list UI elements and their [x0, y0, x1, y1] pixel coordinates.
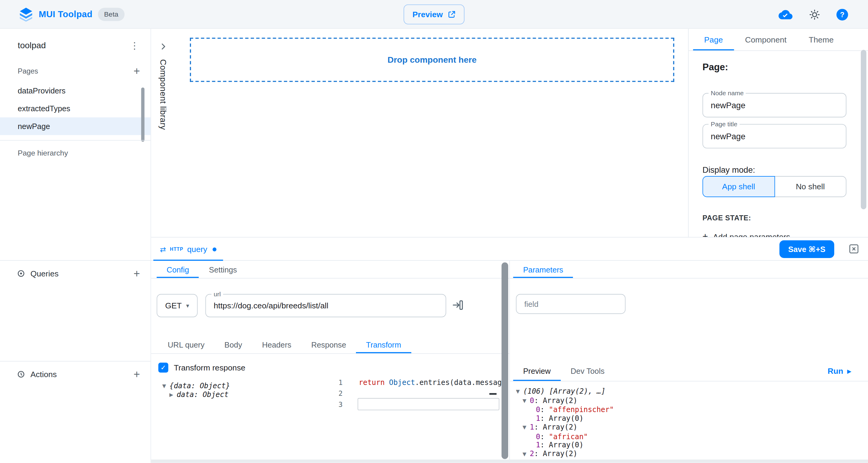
transform-response-checkbox[interactable]: ✓ [158, 363, 168, 373]
parameter-field-input[interactable]: field [516, 294, 626, 314]
console-key: 1 [536, 414, 540, 423]
tab-settings[interactable]: Settings [199, 261, 247, 278]
page-item-newpage[interactable]: newPage [0, 117, 151, 135]
add-query-button[interactable]: + [130, 266, 144, 281]
url-label: url [212, 290, 223, 299]
page-list: dataProviders extractedTypes newPage [0, 82, 151, 135]
no-shell-toggle[interactable]: No shell [774, 176, 846, 197]
tab-url-query[interactable]: URL query [158, 336, 214, 353]
display-mode-label: Display mode: [703, 165, 755, 174]
code-editor[interactable]: 1 2 3 return Object.entries(data.messag [319, 373, 500, 459]
tree-child-row[interactable]: ▶data: Object [162, 390, 230, 399]
expand-caret-icon[interactable]: ▼ [523, 397, 530, 405]
app-root: MUI Toolpad Beta Preview ? toolpad ⋮ Pag… [0, 0, 868, 463]
run-button[interactable]: Run ▶ [828, 361, 851, 381]
drop-zone[interactable]: Drop component here [190, 38, 674, 82]
tab-preview[interactable]: Preview [513, 361, 561, 381]
page-item-extractedtypes[interactable]: extractedTypes [0, 100, 151, 118]
chevron-down-icon: ▾ [186, 302, 189, 309]
expand-caret-icon[interactable]: ▼ [516, 388, 523, 396]
play-icon: ▶ [847, 368, 851, 374]
brand[interactable]: MUI Toolpad Beta [19, 7, 124, 22]
tab-transform[interactable]: Transform [356, 336, 411, 353]
tab-response[interactable]: Response [301, 336, 356, 353]
code-text: .messag [471, 378, 502, 387]
line-number: 3 [319, 399, 343, 410]
console-row: 0: "african" [516, 432, 868, 441]
tab-page[interactable]: Page [693, 29, 734, 51]
save-button[interactable]: Save ⌘+S [779, 240, 834, 258]
http-method-badge: HTTP [170, 246, 183, 252]
expand-caret-icon[interactable]: ▼ [523, 450, 530, 459]
tree-root-row[interactable]: ▼{data: Object} [162, 381, 230, 390]
horizontal-scrollbar-track[interactable] [151, 459, 868, 463]
theme-toggle-icon[interactable] [809, 8, 820, 20]
project-menu-icon[interactable]: ⋮ [128, 39, 141, 51]
inspector-scrollbar-thumb[interactable] [861, 50, 866, 209]
request-tabs: URL query Body Headers Response Transfor… [151, 336, 509, 354]
add-page-parameters-button[interactable]: + Add page parameters [703, 232, 790, 237]
console-string: "african" [549, 432, 588, 441]
actions-icon [17, 370, 25, 379]
data-tree: ▼{data: Object} ▶data: Object [162, 381, 230, 399]
preview-button[interactable]: Preview [404, 4, 464, 24]
tab-theme[interactable]: Theme [798, 29, 844, 51]
app-shell-toggle[interactable]: App shell [703, 176, 775, 197]
query-tab[interactable]: ⇄ HTTP query [151, 238, 225, 261]
explorer-sidebar: toolpad ⋮ Pages + dataProviders extracte… [0, 29, 151, 463]
console-key: 2 [530, 450, 534, 458]
add-action-button[interactable]: + [130, 367, 144, 381]
page-hierarchy-label: Page hierarchy [18, 146, 68, 159]
url-field[interactable]: url https://dog.ceo/api/breeds/list/all [205, 294, 446, 317]
add-page-button[interactable]: + [130, 64, 144, 78]
pages-section-label: Pages [18, 67, 38, 75]
config-scrollbar-thumb[interactable] [501, 263, 508, 459]
tab-dev-tools[interactable]: Dev Tools [561, 361, 615, 381]
expand-caret-icon[interactable]: ▼ [162, 381, 169, 390]
page-title-value: newPage [711, 131, 745, 141]
divider [0, 140, 151, 141]
collapse-caret-icon[interactable]: ▶ [169, 390, 177, 399]
open-url-icon[interactable] [452, 299, 464, 311]
help-icon[interactable]: ? [836, 8, 848, 20]
line-number: 2 [319, 388, 343, 399]
console-row[interactable]: ▼1: Array(2) [516, 423, 868, 432]
cloud-sync-icon[interactable] [778, 8, 793, 20]
sidebar-scrollbar-thumb[interactable] [141, 87, 144, 142]
project-header: toolpad ⋮ [18, 36, 141, 54]
display-mode-toggle-group: App shell No shell [703, 176, 846, 197]
http-icon: ⇄ [160, 245, 166, 253]
preview-button-label: Preview [412, 10, 443, 19]
actions-section-row[interactable]: Actions + [17, 365, 144, 383]
page-title-label: Page title [709, 120, 740, 129]
tab-parameters[interactable]: Parameters [513, 261, 573, 278]
tab-body[interactable]: Body [215, 336, 252, 353]
current-line-highlight [358, 398, 499, 410]
console-row[interactable]: ▼2: Array(2) [516, 450, 868, 459]
close-panel-icon[interactable] [849, 244, 859, 254]
http-method-select[interactable]: GET ▾ [157, 294, 198, 317]
component-library-handle[interactable]: Component library [156, 42, 171, 130]
external-link-icon [448, 10, 456, 19]
toolpad-logo-icon [19, 7, 33, 22]
node-name-field[interactable]: Node name newPage [703, 93, 846, 118]
tab-headers[interactable]: Headers [252, 336, 301, 353]
console-preview: (106) [Array(2), …] [523, 387, 606, 396]
beta-badge: Beta [98, 7, 124, 21]
tab-config[interactable]: Config [157, 261, 199, 278]
console-row[interactable]: ▼0: Array(2) [516, 396, 868, 406]
code-object: Object [389, 378, 415, 387]
top-bar: MUI Toolpad Beta Preview ? [0, 0, 868, 29]
console-key: 1 [530, 423, 534, 431]
query-editor-header: ⇄ HTTP query Save ⌘+S [151, 238, 868, 261]
inspector-tabs: Page Component Theme [689, 29, 868, 51]
page-item-dataproviders[interactable]: dataProviders [0, 82, 151, 100]
console-key: 0 [536, 432, 540, 441]
page-title-field[interactable]: Page title newPage [703, 124, 846, 148]
queries-section-row[interactable]: Queries + [17, 265, 144, 282]
console-key: 0 [530, 396, 534, 405]
tab-component[interactable]: Component [734, 29, 798, 51]
inspector-panel: Page Component Theme Page: Node name new… [688, 29, 868, 237]
expand-caret-icon[interactable]: ▼ [523, 424, 530, 432]
console-row[interactable]: ▼(106) [Array(2), …] [516, 387, 868, 396]
